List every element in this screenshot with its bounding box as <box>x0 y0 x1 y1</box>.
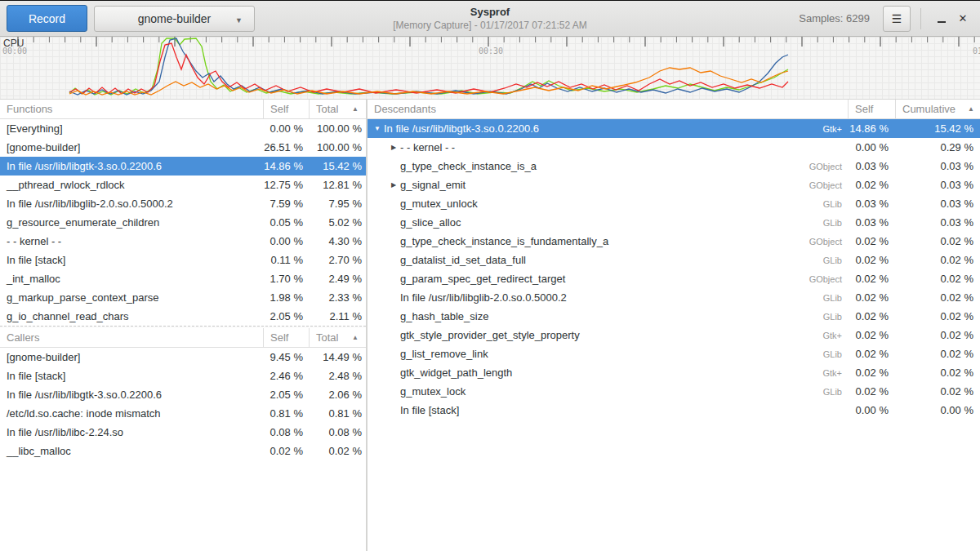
tree-row[interactable]: g_hash_table_sizeGLib0.02 %0.02 % <box>368 307 980 326</box>
tree-row[interactable]: ▼In file /usr/lib/libgtk-3.so.0.2200.6Gt… <box>368 119 980 138</box>
table-row[interactable]: In file /usr/lib/libgtk-3.so.0.2200.62.0… <box>0 385 366 404</box>
cumulative-percent: 15.42 % <box>895 122 980 135</box>
table-row[interactable]: _int_malloc1.70 %2.49 % <box>0 269 366 288</box>
self-percent: 26.51 % <box>263 141 309 153</box>
descendants-header: Descendants Self Cumulative ▲ <box>368 100 980 119</box>
callers-column-header[interactable]: Callers <box>0 328 263 348</box>
functions-total-column-header[interactable]: Total ▲ <box>309 100 366 119</box>
table-row[interactable]: [Everything]0.00 %100.00 % <box>0 119 366 138</box>
minimize-button[interactable] <box>931 8 952 29</box>
tree-row[interactable]: gtk_widget_path_lengthGtk+0.02 %0.02 % <box>368 363 980 382</box>
self-percent: 0.00 % <box>848 404 895 416</box>
table-row[interactable]: __pthread_rwlock_rdlock12.75 %12.81 % <box>0 176 366 194</box>
self-percent: 0.03 % <box>848 160 895 172</box>
cumulative-percent: 0.02 % <box>895 329 980 341</box>
tree-row[interactable]: g_param_spec_get_redirect_targetGObject0… <box>368 269 980 288</box>
self-percent: 2.46 % <box>263 370 309 382</box>
self-percent: 0.02 % <box>848 310 895 322</box>
library-tag: GLib <box>823 349 848 359</box>
table-row[interactable]: In file /usr/lib/libc-2.24.so0.08 %0.08 … <box>0 423 366 442</box>
sort-ascending-icon: ▲ <box>352 334 359 341</box>
library-tag: GLib <box>823 256 848 265</box>
process-selector-dropdown[interactable]: gnome-builder ▼ <box>94 6 255 32</box>
tree-row[interactable]: ▶g_signal_emitGObject0.02 %0.03 % <box>368 176 980 194</box>
function-name: /etc/ld.so.cache: inode mismatch <box>0 407 263 420</box>
table-row[interactable]: In file [stack]0.11 %2.70 % <box>0 251 366 269</box>
functions-self-column-header[interactable]: Self <box>263 100 309 119</box>
function-name: In file /usr/lib/libc-2.24.so <box>0 426 263 438</box>
descendants-cumulative-column-header[interactable]: Cumulative ▲ <box>895 100 980 119</box>
function-name: g_mutex_lock <box>400 385 823 398</box>
table-row[interactable]: __libc_malloc0.02 %0.02 % <box>0 442 366 460</box>
menu-button[interactable]: ☰ <box>883 6 911 32</box>
tree-row[interactable]: g_datalist_id_set_data_fullGLib0.02 %0.0… <box>368 251 980 269</box>
library-tag: GObject <box>809 162 848 171</box>
callers-self-column-header[interactable]: Self <box>263 328 309 348</box>
tree-row[interactable]: In file /usr/lib/libglib-2.0.so.0.5000.2… <box>368 288 980 307</box>
library-tag: GLib <box>823 293 848 303</box>
self-percent: 0.00 % <box>848 141 895 153</box>
functions-table: [Everything]0.00 %100.00 %[gnome-builder… <box>0 119 366 326</box>
descendants-column-header[interactable]: Descendants <box>368 100 848 119</box>
table-row[interactable]: [gnome-builder]26.51 %100.00 % <box>0 138 366 157</box>
table-row[interactable]: g_io_channel_read_chars2.05 %2.11 % <box>0 307 366 326</box>
tree-row[interactable]: gtk_style_provider_get_style_propertyGtk… <box>368 326 980 344</box>
table-row[interactable]: In file /usr/lib/libgtk-3.so.0.2200.614.… <box>0 157 366 176</box>
expander-open-icon[interactable]: ▼ <box>371 125 384 132</box>
function-name: g_slice_alloc <box>400 216 823 229</box>
table-row[interactable]: g_markup_parse_context_parse1.98 %2.33 % <box>0 288 366 307</box>
self-percent: 0.02 % <box>848 254 895 266</box>
callers-total-column-header[interactable]: Total ▲ <box>309 328 366 348</box>
table-row[interactable]: In file [stack]2.46 %2.48 % <box>0 367 366 385</box>
tree-row[interactable]: ▶- - kernel - -0.00 %0.29 % <box>368 138 980 157</box>
table-row[interactable]: /etc/ld.so.cache: inode mismatch0.81 %0.… <box>0 404 366 423</box>
function-name: In file /usr/lib/libglib-2.0.so.0.5000.2 <box>0 198 263 210</box>
self-percent: 14.86 % <box>263 160 309 172</box>
cumulative-percent: 0.02 % <box>895 348 980 360</box>
self-percent: 0.02 % <box>848 273 895 285</box>
tree-row[interactable]: g_type_check_instance_is_aGObject0.03 %0… <box>368 157 980 176</box>
total-percent: 2.70 % <box>309 254 366 266</box>
cumulative-percent: 0.02 % <box>895 367 980 379</box>
cumulative-percent: 0.02 % <box>895 310 980 322</box>
table-row[interactable]: [gnome-builder]9.45 %14.49 % <box>0 348 366 367</box>
table-row[interactable]: g_resource_enumerate_children0.05 %5.02 … <box>0 213 366 232</box>
total-percent: 0.02 % <box>309 445 366 457</box>
total-percent: 2.33 % <box>309 291 366 304</box>
close-button[interactable]: ✕ <box>952 8 973 29</box>
function-name: In file /usr/lib/libgtk-3.so.0.2200.6 <box>0 160 263 172</box>
tree-row[interactable]: g_list_remove_linkGLib0.02 %0.02 % <box>368 344 980 363</box>
functions-column-header[interactable]: Functions <box>0 100 263 119</box>
table-row[interactable]: - - kernel - -0.00 %4.30 % <box>0 232 366 251</box>
record-button[interactable]: Record <box>7 5 87 32</box>
tree-row[interactable]: g_slice_allocGLib0.03 %0.03 % <box>368 213 980 232</box>
function-name: g_resource_enumerate_children <box>0 216 263 229</box>
total-percent: 0.08 % <box>309 426 366 438</box>
function-name: gtk_widget_path_length <box>400 367 822 379</box>
descendant-name-cell: g_mutex_lockGLib <box>368 385 848 398</box>
self-percent: 0.08 % <box>263 426 309 438</box>
self-percent: 0.11 % <box>263 254 309 266</box>
table-row[interactable]: In file /usr/lib/libglib-2.0.so.0.5000.2… <box>0 194 366 213</box>
tree-row[interactable]: In file [stack]0.00 %0.00 % <box>368 401 980 420</box>
descendant-name-cell: g_param_spec_get_redirect_targetGObject <box>368 273 848 285</box>
self-percent: 0.02 % <box>848 385 895 398</box>
self-percent: 0.02 % <box>848 367 895 379</box>
expander-closed-icon[interactable]: ▶ <box>387 181 400 189</box>
tree-row[interactable]: g_mutex_lockGLib0.02 %0.02 % <box>368 382 980 401</box>
function-name: In file [stack] <box>400 404 848 416</box>
expander-closed-icon[interactable]: ▶ <box>387 144 400 151</box>
function-name: g_list_remove_link <box>400 348 823 360</box>
callers-header: Callers Self Total ▲ <box>0 328 366 348</box>
descendants-self-column-header[interactable]: Self <box>848 100 895 119</box>
self-percent: 1.70 % <box>263 273 309 285</box>
cpu-usage-graph[interactable]: CPU 00:0000:3001:00 <box>0 37 980 100</box>
tree-row[interactable]: g_type_check_instance_is_fundamentally_a… <box>368 232 980 251</box>
descendant-name-cell: ▶- - kernel - - <box>368 141 848 153</box>
cumulative-percent: 0.02 % <box>895 291 980 304</box>
header-separator <box>920 8 921 29</box>
self-percent: 0.05 % <box>263 216 309 229</box>
self-percent: 0.02 % <box>848 329 895 341</box>
tree-row[interactable]: g_mutex_unlockGLib0.03 %0.03 % <box>368 194 980 213</box>
self-percent: 14.86 % <box>848 122 895 135</box>
